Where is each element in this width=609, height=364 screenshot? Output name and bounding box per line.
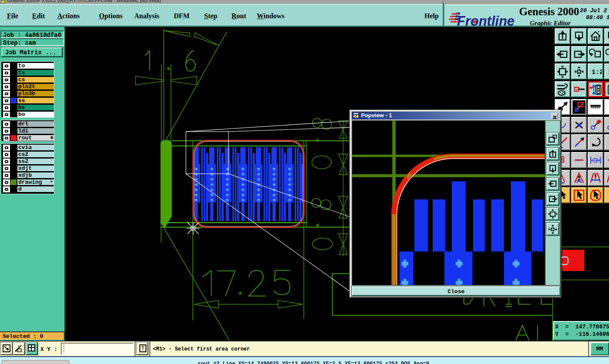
svg-text:1:2: 1:2	[592, 69, 602, 76]
svg-text:4: 4	[595, 159, 597, 162]
svg-text:Frontline: Frontline	[457, 13, 515, 29]
